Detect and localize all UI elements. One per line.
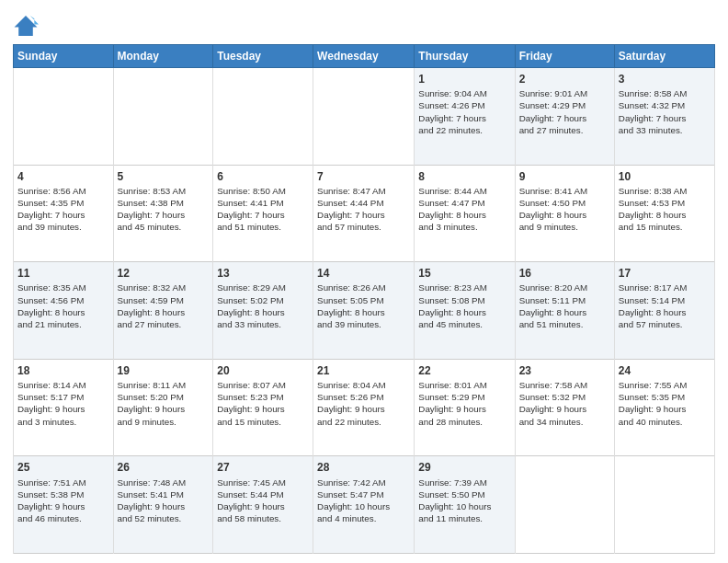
cell-3-2: 20Sunrise: 8:07 AM Sunset: 5:23 PM Dayli… bbox=[213, 359, 313, 456]
day-number: 11 bbox=[17, 266, 109, 281]
day-number: 6 bbox=[217, 169, 309, 184]
day-info: Sunrise: 7:42 AM Sunset: 5:47 PM Dayligh… bbox=[317, 477, 410, 525]
day-info: Sunrise: 9:04 AM Sunset: 4:26 PM Dayligh… bbox=[418, 87, 510, 136]
day-info: Sunrise: 7:45 AM Sunset: 5:44 PM Dayligh… bbox=[217, 477, 309, 525]
day-number: 29 bbox=[418, 460, 510, 475]
cell-2-2: 13Sunrise: 8:29 AM Sunset: 5:02 PM Dayli… bbox=[213, 262, 313, 360]
day-number: 26 bbox=[118, 460, 210, 475]
day-info: Sunrise: 7:51 AM Sunset: 5:38 PM Dayligh… bbox=[17, 477, 109, 525]
header-day-monday: Monday bbox=[113, 45, 213, 68]
day-info: Sunrise: 8:53 AM Sunset: 4:38 PM Dayligh… bbox=[118, 185, 210, 234]
day-info: Sunrise: 8:01 AM Sunset: 5:29 PM Dayligh… bbox=[418, 379, 510, 428]
day-number: 3 bbox=[619, 72, 711, 86]
cell-0-5: 2Sunrise: 9:01 AM Sunset: 4:29 PM Daylig… bbox=[515, 68, 614, 166]
day-info: Sunrise: 8:47 AM Sunset: 4:44 PM Dayligh… bbox=[317, 185, 410, 234]
day-number: 27 bbox=[217, 460, 309, 475]
cell-4-6 bbox=[614, 456, 714, 554]
day-number: 23 bbox=[519, 363, 610, 378]
cell-1-5: 9Sunrise: 8:41 AM Sunset: 4:50 PM Daylig… bbox=[515, 165, 614, 262]
header-row: SundayMondayTuesdayWednesdayThursdayFrid… bbox=[14, 45, 715, 68]
cell-3-0: 18Sunrise: 8:14 AM Sunset: 5:17 PM Dayli… bbox=[14, 359, 114, 456]
cell-0-1 bbox=[113, 68, 213, 166]
day-info: Sunrise: 8:56 AM Sunset: 4:35 PM Dayligh… bbox=[17, 185, 109, 234]
week-row-0: 1Sunrise: 9:04 AM Sunset: 4:26 PM Daylig… bbox=[14, 68, 715, 166]
cell-2-5: 16Sunrise: 8:20 AM Sunset: 5:11 PM Dayli… bbox=[515, 262, 614, 360]
cell-4-4: 29Sunrise: 7:39 AM Sunset: 5:50 PM Dayli… bbox=[415, 456, 515, 554]
day-number: 14 bbox=[317, 266, 410, 281]
day-info: Sunrise: 8:11 AM Sunset: 5:20 PM Dayligh… bbox=[118, 379, 210, 428]
day-info: Sunrise: 8:32 AM Sunset: 4:59 PM Dayligh… bbox=[118, 282, 210, 330]
day-info: Sunrise: 8:07 AM Sunset: 5:23 PM Dayligh… bbox=[217, 379, 309, 428]
week-row-4: 25Sunrise: 7:51 AM Sunset: 5:38 PM Dayli… bbox=[14, 456, 715, 554]
header-day-tuesday: Tuesday bbox=[213, 45, 313, 68]
day-number: 19 bbox=[118, 363, 210, 378]
header-day-wednesday: Wednesday bbox=[313, 45, 415, 68]
day-number: 17 bbox=[619, 266, 711, 281]
cell-2-0: 11Sunrise: 8:35 AM Sunset: 4:56 PM Dayli… bbox=[14, 262, 114, 360]
cell-0-3 bbox=[313, 68, 415, 166]
day-info: Sunrise: 8:35 AM Sunset: 4:56 PM Dayligh… bbox=[17, 282, 109, 330]
day-number: 22 bbox=[418, 363, 510, 378]
cell-4-5 bbox=[515, 456, 614, 554]
day-info: Sunrise: 8:58 AM Sunset: 4:32 PM Dayligh… bbox=[619, 87, 711, 136]
cell-2-4: 15Sunrise: 8:23 AM Sunset: 5:08 PM Dayli… bbox=[415, 262, 515, 360]
day-info: Sunrise: 9:01 AM Sunset: 4:29 PM Dayligh… bbox=[519, 87, 610, 136]
header-day-thursday: Thursday bbox=[415, 45, 515, 68]
day-info: Sunrise: 8:50 AM Sunset: 4:41 PM Dayligh… bbox=[217, 185, 309, 234]
day-info: Sunrise: 8:29 AM Sunset: 5:02 PM Dayligh… bbox=[217, 282, 309, 330]
logo bbox=[13, 13, 42, 39]
calendar-body: 1Sunrise: 9:04 AM Sunset: 4:26 PM Daylig… bbox=[14, 68, 715, 554]
day-number: 12 bbox=[118, 266, 210, 281]
day-number: 13 bbox=[217, 266, 309, 281]
cell-4-3: 28Sunrise: 7:42 AM Sunset: 5:47 PM Dayli… bbox=[313, 456, 415, 554]
cell-0-2 bbox=[213, 68, 313, 166]
day-number: 1 bbox=[418, 72, 510, 86]
cell-3-1: 19Sunrise: 8:11 AM Sunset: 5:20 PM Dayli… bbox=[113, 359, 213, 456]
day-number: 16 bbox=[519, 266, 610, 281]
day-info: Sunrise: 8:20 AM Sunset: 5:11 PM Dayligh… bbox=[519, 282, 610, 330]
day-info: Sunrise: 8:41 AM Sunset: 4:50 PM Dayligh… bbox=[519, 185, 610, 234]
day-number: 7 bbox=[317, 169, 410, 184]
week-row-2: 11Sunrise: 8:35 AM Sunset: 4:56 PM Dayli… bbox=[14, 262, 715, 360]
header-day-sunday: Sunday bbox=[14, 45, 114, 68]
day-number: 9 bbox=[519, 169, 610, 184]
week-row-3: 18Sunrise: 8:14 AM Sunset: 5:17 PM Dayli… bbox=[14, 359, 715, 456]
cell-2-3: 14Sunrise: 8:26 AM Sunset: 5:05 PM Dayli… bbox=[313, 262, 415, 360]
week-row-1: 4Sunrise: 8:56 AM Sunset: 4:35 PM Daylig… bbox=[14, 165, 715, 262]
day-number: 15 bbox=[418, 266, 510, 281]
day-number: 20 bbox=[217, 363, 309, 378]
cell-4-2: 27Sunrise: 7:45 AM Sunset: 5:44 PM Dayli… bbox=[213, 456, 313, 554]
cell-1-0: 4Sunrise: 8:56 AM Sunset: 4:35 PM Daylig… bbox=[14, 165, 114, 262]
day-number: 21 bbox=[317, 363, 410, 378]
cell-0-0 bbox=[14, 68, 114, 166]
cell-1-6: 10Sunrise: 8:38 AM Sunset: 4:53 PM Dayli… bbox=[614, 165, 714, 262]
day-number: 18 bbox=[17, 363, 109, 378]
day-number: 28 bbox=[317, 460, 410, 475]
calendar-table: SundayMondayTuesdayWednesdayThursdayFrid… bbox=[13, 44, 715, 554]
day-info: Sunrise: 7:55 AM Sunset: 5:35 PM Dayligh… bbox=[619, 379, 711, 428]
logo-icon bbox=[13, 13, 39, 39]
day-number: 8 bbox=[418, 169, 510, 184]
day-info: Sunrise: 8:04 AM Sunset: 5:26 PM Dayligh… bbox=[317, 379, 410, 428]
day-info: Sunrise: 8:17 AM Sunset: 5:14 PM Dayligh… bbox=[619, 282, 711, 330]
day-info: Sunrise: 8:44 AM Sunset: 4:47 PM Dayligh… bbox=[418, 185, 510, 234]
cell-4-0: 25Sunrise: 7:51 AM Sunset: 5:38 PM Dayli… bbox=[14, 456, 114, 554]
cell-0-6: 3Sunrise: 8:58 AM Sunset: 4:32 PM Daylig… bbox=[614, 68, 714, 166]
day-info: Sunrise: 7:58 AM Sunset: 5:32 PM Dayligh… bbox=[519, 379, 610, 428]
cell-3-3: 21Sunrise: 8:04 AM Sunset: 5:26 PM Dayli… bbox=[313, 359, 415, 456]
cell-3-4: 22Sunrise: 8:01 AM Sunset: 5:29 PM Dayli… bbox=[415, 359, 515, 456]
day-number: 10 bbox=[619, 169, 711, 184]
cell-2-6: 17Sunrise: 8:17 AM Sunset: 5:14 PM Dayli… bbox=[614, 262, 714, 360]
calendar-header: SundayMondayTuesdayWednesdayThursdayFrid… bbox=[14, 45, 715, 68]
cell-3-6: 24Sunrise: 7:55 AM Sunset: 5:35 PM Dayli… bbox=[614, 359, 714, 456]
day-info: Sunrise: 8:23 AM Sunset: 5:08 PM Dayligh… bbox=[418, 282, 510, 330]
header-day-friday: Friday bbox=[515, 45, 614, 68]
cell-1-4: 8Sunrise: 8:44 AM Sunset: 4:47 PM Daylig… bbox=[415, 165, 515, 262]
day-info: Sunrise: 7:39 AM Sunset: 5:50 PM Dayligh… bbox=[418, 477, 510, 525]
day-number: 5 bbox=[118, 169, 210, 184]
cell-1-1: 5Sunrise: 8:53 AM Sunset: 4:38 PM Daylig… bbox=[113, 165, 213, 262]
header bbox=[13, 9, 715, 39]
day-number: 25 bbox=[17, 460, 109, 475]
header-day-saturday: Saturday bbox=[614, 45, 714, 68]
calendar-page: SundayMondayTuesdayWednesdayThursdayFrid… bbox=[0, 0, 728, 563]
